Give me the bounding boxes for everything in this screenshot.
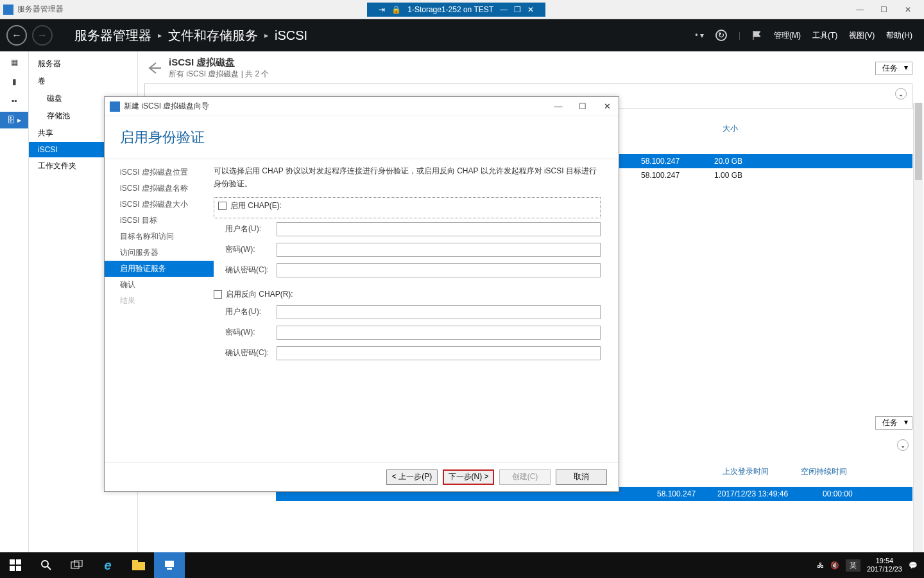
menu-view[interactable]: 视图(V) bbox=[849, 30, 875, 41]
crumb-root[interactable]: 服务器管理器 bbox=[74, 27, 151, 44]
rchap-pwd-input[interactable] bbox=[277, 326, 601, 340]
ie-icon[interactable]: e bbox=[92, 552, 123, 578]
svg-rect-9 bbox=[132, 560, 138, 563]
cancel-button[interactable]: 取消 bbox=[556, 469, 607, 485]
vm-tab-label: 1-Storage1-252 on TEST bbox=[407, 5, 493, 14]
chap-user-input[interactable] bbox=[277, 222, 601, 236]
rchap-enable-label: 启用反向 CHAP(R): bbox=[226, 289, 293, 300]
next-button[interactable]: 下一步(N) > bbox=[443, 469, 494, 485]
svg-rect-11 bbox=[167, 568, 172, 570]
ime-indicator[interactable]: 英 bbox=[846, 559, 860, 572]
create-button: 创建(C) bbox=[499, 469, 551, 485]
wizard-title: 新建 iSCSI 虚拟磁盘向导 bbox=[124, 101, 209, 112]
chap-enable-checkbox[interactable] bbox=[218, 202, 227, 210]
col-size[interactable]: 大小 bbox=[723, 123, 738, 134]
start-button[interactable] bbox=[0, 552, 31, 578]
svg-rect-2 bbox=[10, 566, 15, 571]
cell-ip: 58.100.247 bbox=[641, 157, 705, 166]
server-manager-header: ← → 服务器管理器 ▸ 文件和存储服务 ▸ iSCSI • ▾ ↻ | 管理(… bbox=[0, 19, 924, 51]
tray-network-icon[interactable]: 🖧 bbox=[817, 561, 824, 569]
rchap-cpwd-input[interactable] bbox=[277, 346, 601, 360]
refresh-icon[interactable]: ↻ bbox=[715, 30, 727, 41]
vm-pin-icon[interactable]: ⇥ bbox=[379, 5, 385, 14]
cell-ip: 58.100.247 bbox=[641, 171, 705, 180]
crumb-files[interactable]: 文件和存储服务 bbox=[168, 27, 258, 44]
dropdown-icon[interactable]: • ▾ bbox=[695, 31, 704, 40]
svg-rect-0 bbox=[10, 559, 15, 565]
wizard-min-button[interactable]: — bbox=[552, 101, 565, 111]
server-manager-taskbar-icon[interactable] bbox=[154, 552, 185, 578]
chap-enable-label: 启用 CHAP(E): bbox=[230, 200, 282, 211]
step-location[interactable]: iSCSI 虚拟磁盘位置 bbox=[105, 164, 214, 180]
tray-time: 19:54 bbox=[867, 557, 902, 565]
crumb-iscsi[interactable]: iSCSI bbox=[275, 28, 307, 43]
vm-restore-icon[interactable]: ❐ bbox=[514, 5, 521, 14]
flag-icon[interactable] bbox=[752, 30, 762, 40]
rchap-enable-checkbox[interactable] bbox=[214, 290, 222, 299]
cell-size: 20.0 GB bbox=[714, 157, 749, 166]
chevron-right-icon: ▸ bbox=[158, 31, 162, 40]
vm-tab: ⇥ 🔒 1-Storage1-252 on TEST — ❐ ✕ bbox=[367, 3, 545, 17]
wizard-steps: iSCSI 虚拟磁盘位置 iSCSI 虚拟磁盘名称 iSCSI 虚拟磁盘大小 i… bbox=[105, 159, 214, 462]
tray-clock[interactable]: 19:54 2017/12/23 bbox=[867, 557, 902, 574]
step-auth[interactable]: 启用验证服务 bbox=[105, 261, 214, 277]
wizard-max-button[interactable]: ☐ bbox=[576, 101, 589, 111]
explorer-icon[interactable] bbox=[123, 552, 154, 578]
rail-local-icon[interactable]: ▮ bbox=[0, 73, 28, 90]
wizard-close-button[interactable]: ✕ bbox=[601, 101, 613, 111]
step-target[interactable]: iSCSI 目标 bbox=[105, 213, 214, 229]
nav-servers[interactable]: 服务器 bbox=[29, 55, 137, 73]
wizard-dialog: 新建 iSCSI 虚拟磁盘向导 — ☐ ✕ 启用身份验证 iSCSI 虚拟磁盘位… bbox=[104, 96, 619, 492]
tasks-dropdown[interactable]: 任务 bbox=[875, 62, 912, 75]
step-access[interactable]: 访问服务器 bbox=[105, 245, 214, 261]
rail-all-icon[interactable]: ▪▪ bbox=[0, 92, 28, 109]
vm-lock-icon[interactable]: 🔒 bbox=[391, 5, 401, 14]
vm-close-icon[interactable]: ✕ bbox=[527, 5, 534, 14]
cell-ip: 58.100.247 bbox=[657, 489, 708, 498]
menu-tools[interactable]: 工具(T) bbox=[812, 30, 837, 41]
tray-sound-icon[interactable]: 🔇 bbox=[830, 561, 839, 570]
collapse-icon[interactable]: ⌄ bbox=[895, 88, 907, 100]
wizard-titlebar: 新建 iSCSI 虚拟磁盘向导 — ☐ ✕ bbox=[105, 97, 619, 116]
nav-volumes[interactable]: 卷 bbox=[29, 73, 137, 90]
chap-cpwd-input[interactable] bbox=[277, 263, 601, 277]
panel-back-icon[interactable] bbox=[144, 61, 162, 75]
tray-notification-icon[interactable]: 💬 bbox=[909, 561, 918, 570]
chap-user-label: 用户名(U): bbox=[225, 223, 277, 234]
app-title: 服务器管理器 bbox=[17, 4, 64, 15]
step-confirm[interactable]: 确认 bbox=[105, 277, 214, 293]
collapse-icon-2[interactable]: ⌄ bbox=[897, 439, 909, 451]
rail-dashboard-icon[interactable]: ▦ bbox=[0, 54, 28, 71]
rail-files-icon[interactable]: 🗄 ▸ bbox=[0, 112, 28, 128]
nav-forward-button[interactable]: → bbox=[32, 25, 53, 46]
host-max-button[interactable]: ☐ bbox=[873, 5, 895, 14]
search-icon[interactable] bbox=[31, 552, 62, 578]
wizard-footer: < 上一步(P) 下一步(N) > 创建(C) 取消 bbox=[105, 462, 619, 491]
cell-time: 2017/12/23 13:49:46 bbox=[717, 489, 814, 498]
tasks-dropdown-2[interactable]: 任务 bbox=[875, 416, 912, 430]
vm-min-icon[interactable]: — bbox=[500, 5, 508, 14]
host-min-button[interactable]: — bbox=[849, 5, 871, 14]
col-idle[interactable]: 空闲持续时间 bbox=[801, 466, 847, 477]
step-targetname[interactable]: 目标名称和访问 bbox=[105, 229, 214, 245]
wizard-form: 可以选择启用 CHAP 协议以对发起程序连接进行身份验证，或启用反向 CHAP … bbox=[214, 159, 619, 462]
chap-cpwd-label: 确认密码(C): bbox=[225, 265, 277, 276]
nav-back-button[interactable]: ← bbox=[6, 25, 27, 46]
tray-date: 2017/12/23 bbox=[867, 565, 902, 574]
menu-help[interactable]: 帮助(H) bbox=[886, 30, 912, 41]
breadcrumb: 服务器管理器 ▸ 文件和存储服务 ▸ iSCSI bbox=[74, 27, 307, 44]
svg-line-5 bbox=[47, 566, 51, 570]
host-close-button[interactable]: ✕ bbox=[897, 5, 919, 14]
menu-manage[interactable]: 管理(M) bbox=[774, 30, 801, 41]
server-manager-icon bbox=[3, 4, 13, 15]
col-last-login[interactable]: 上次登录时间 bbox=[723, 466, 769, 477]
prev-button[interactable]: < 上一步(P) bbox=[386, 469, 438, 485]
taskview-icon[interactable] bbox=[62, 552, 92, 578]
rchap-user-input[interactable] bbox=[277, 305, 601, 319]
svg-rect-7 bbox=[74, 560, 82, 566]
wizard-heading: 启用身份验证 bbox=[105, 116, 619, 159]
scrollbar[interactable] bbox=[913, 103, 923, 552]
chap-pwd-input[interactable] bbox=[277, 243, 601, 257]
step-size[interactable]: iSCSI 虚拟磁盘大小 bbox=[105, 197, 214, 213]
step-name[interactable]: iSCSI 虚拟磁盘名称 bbox=[105, 180, 214, 197]
